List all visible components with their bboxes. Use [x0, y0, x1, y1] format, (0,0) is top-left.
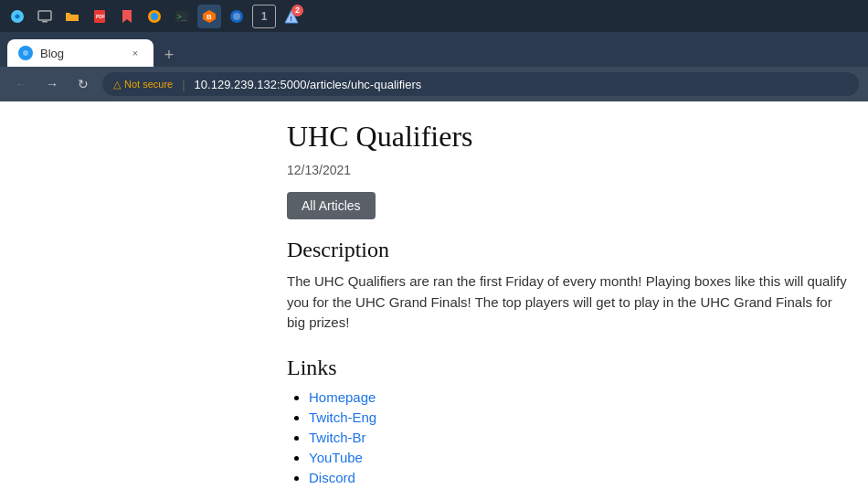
- notification-badge: 2: [291, 5, 303, 16]
- address-bar: ← → ↻ △ Not secure | 10.129.239.132:5000…: [0, 67, 868, 101]
- forward-button[interactable]: →: [40, 72, 64, 96]
- bookmark-icon[interactable]: [115, 5, 139, 28]
- svg-text:>_: >_: [177, 13, 186, 21]
- list-item: YouTube: [309, 450, 868, 466]
- svg-point-12: [233, 13, 240, 20]
- link-twitch-eng[interactable]: Twitch-Eng: [309, 409, 376, 425]
- tab-title: Blog: [40, 47, 121, 60]
- article-title: UHC Qualifiers: [287, 120, 868, 154]
- reload-button[interactable]: ↻: [71, 72, 95, 96]
- folder-icon[interactable]: [60, 5, 84, 28]
- url-text: 10.129.239.132:5000/articles/uhc-qualifi…: [195, 78, 422, 91]
- url-port-path: :5000/articles/uhc-qualifiers: [277, 78, 421, 91]
- page-content: UHC Qualifiers 12/13/2021 All Articles D…: [0, 101, 868, 489]
- link-youtube[interactable]: YouTube: [309, 450, 363, 465]
- list-item: Homepage: [309, 389, 868, 406]
- article-body: The UHC Qualifiers are ran the first Fri…: [287, 271, 853, 334]
- svg-text:B: B: [206, 13, 212, 21]
- link-homepage[interactable]: Homepage: [309, 389, 376, 405]
- pdf-icon[interactable]: PDF: [88, 5, 111, 28]
- svg-point-16: [23, 50, 28, 56]
- burpsuite-icon[interactable]: B: [197, 5, 221, 28]
- url-host: 10.129.239.132: [195, 78, 277, 91]
- active-tab[interactable]: Blog ×: [7, 39, 153, 67]
- browser-titlebar: PDF >_ B: [0, 0, 868, 32]
- security-text: Not secure: [124, 79, 173, 90]
- list-item: Twitch-Eng: [309, 409, 868, 426]
- tab-bar: Blog × +: [0, 32, 868, 67]
- new-tab-button[interactable]: +: [157, 43, 181, 67]
- list-item: Discord: [309, 470, 868, 486]
- app-icon[interactable]: [7, 6, 27, 27]
- list-item: Twitch-Br: [309, 430, 868, 446]
- svg-rect-1: [38, 11, 51, 20]
- tab-counter[interactable]: 1: [252, 5, 276, 28]
- url-bar[interactable]: △ Not secure | 10.129.239.132:5000/artic…: [102, 72, 859, 96]
- url-separator: |: [182, 78, 185, 91]
- svg-rect-2: [42, 21, 48, 23]
- svg-text:!: !: [291, 16, 292, 22]
- description-heading: Description: [287, 238, 868, 262]
- browser-icon[interactable]: [225, 5, 249, 28]
- back-button[interactable]: ←: [9, 72, 33, 96]
- notifications-icon[interactable]: ! 2: [280, 5, 303, 28]
- tab-close-button[interactable]: ×: [128, 46, 143, 60]
- link-twitch-br[interactable]: Twitch-Br: [309, 430, 366, 445]
- desktop-icon[interactable]: [33, 5, 57, 28]
- svg-text:PDF: PDF: [96, 14, 105, 19]
- security-warning: △ Not secure: [113, 79, 173, 90]
- link-discord[interactable]: Discord: [309, 470, 355, 485]
- firefox-icon[interactable]: [143, 5, 166, 28]
- terminal-icon[interactable]: >_: [170, 5, 194, 28]
- all-articles-button[interactable]: All Articles: [287, 192, 376, 219]
- links-heading: Links: [287, 356, 868, 380]
- tab-favicon: [18, 46, 33, 60]
- warning-icon: △: [113, 79, 121, 90]
- links-list: HomepageTwitch-EngTwitch-BrYouTubeDiscor…: [287, 389, 868, 490]
- svg-point-6: [151, 13, 158, 20]
- taskbar-icons: PDF >_ B: [33, 5, 303, 28]
- links-section: Links HomepageTwitch-EngTwitch-BrYouTube…: [287, 356, 868, 490]
- article-date: 12/13/2021: [287, 163, 868, 177]
